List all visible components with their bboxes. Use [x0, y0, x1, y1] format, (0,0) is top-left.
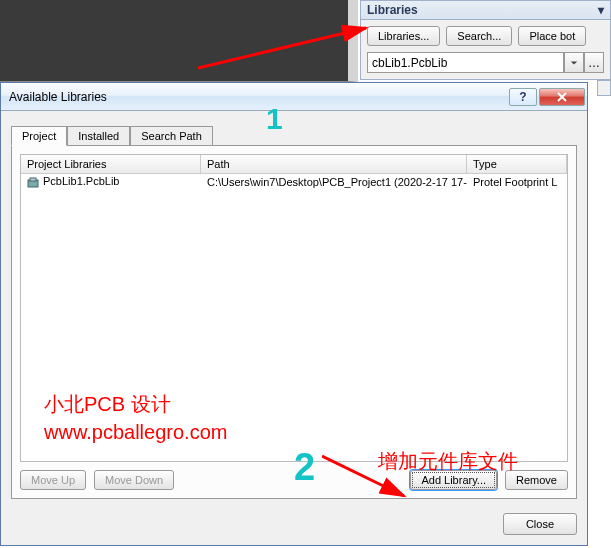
- table-header: Project Libraries Path Type: [21, 155, 567, 174]
- dialog-title: Available Libraries: [9, 90, 107, 104]
- col-header-libraries[interactable]: Project Libraries: [21, 155, 201, 173]
- search-button[interactable]: Search...: [446, 26, 512, 46]
- dialog-close-button[interactable]: [539, 88, 585, 106]
- row-name: PcbLib1.PcbLib: [43, 175, 119, 187]
- available-libraries-dialog: Available Libraries ? Project Installed …: [0, 82, 588, 546]
- libraries-panel-title: Libraries: [367, 3, 418, 17]
- row-type: Protel Footprint L: [467, 175, 567, 189]
- col-header-path[interactable]: Path: [201, 155, 467, 173]
- library-select-dropdown-button[interactable]: [564, 52, 584, 73]
- tab-search-path[interactable]: Search Path: [130, 126, 213, 146]
- libraries-button[interactable]: Libraries...: [367, 26, 440, 46]
- remove-button[interactable]: Remove: [505, 470, 568, 490]
- ellipsis-icon: …: [588, 56, 600, 70]
- add-library-button[interactable]: Add Library...: [410, 470, 497, 490]
- libraries-panel: Libraries ▾ Libraries... Search... Place…: [360, 0, 611, 80]
- help-icon: ?: [519, 90, 526, 104]
- svg-rect-1: [30, 178, 36, 181]
- dialog-titlebar[interactable]: Available Libraries ?: [1, 83, 587, 111]
- tab-row: Project Installed Search Path: [11, 123, 577, 145]
- move-up-button[interactable]: Move Up: [20, 470, 86, 490]
- libraries-table: Project Libraries Path Type PcbLib1.PcbL…: [20, 154, 568, 462]
- panel-menu-icon[interactable]: ▾: [598, 3, 604, 17]
- tab-installed[interactable]: Installed: [67, 126, 130, 146]
- pcblib-icon: [27, 177, 39, 189]
- workspace-dark-area: [0, 0, 358, 82]
- dialog-help-button[interactable]: ?: [509, 88, 537, 106]
- tab-pane-project: Project Libraries Path Type PcbLib1.PcbL…: [11, 145, 577, 499]
- col-header-type[interactable]: Type: [467, 155, 567, 173]
- move-down-button[interactable]: Move Down: [94, 470, 174, 490]
- close-button[interactable]: Close: [503, 513, 577, 535]
- tab-project[interactable]: Project: [11, 126, 67, 146]
- libraries-panel-header: Libraries ▾: [360, 0, 611, 20]
- library-select-input[interactable]: [367, 52, 564, 73]
- close-icon: [557, 92, 567, 102]
- library-select-more-button[interactable]: …: [584, 52, 604, 73]
- row-path: C:\Users\win7\Desktop\PCB_Project1 (2020…: [201, 175, 467, 189]
- table-row[interactable]: PcbLib1.PcbLib C:\Users\win7\Desktop\PCB…: [21, 174, 567, 190]
- place-button[interactable]: Place bot: [518, 26, 586, 46]
- panel-side-strip: [597, 80, 611, 96]
